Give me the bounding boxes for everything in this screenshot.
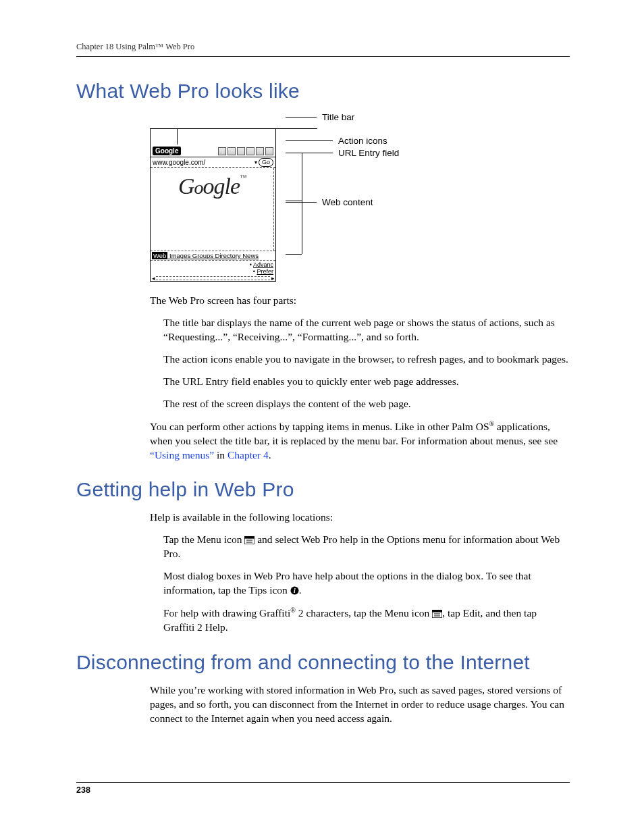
link-chapter-4[interactable]: Chapter 4 [227, 449, 269, 461]
shot-scrollbar: ◂ ▸ [151, 276, 275, 281]
home-icon [265, 147, 273, 155]
p-menus: You can perform other actions by tapping… [150, 419, 570, 463]
p-tap-menu: Tap the Menu icon and select Web Pro hel… [163, 533, 570, 561]
bookmark-icon [256, 147, 264, 155]
shot-url-text: www.google.com/ [153, 159, 205, 166]
scroll-right-icon: ▸ [270, 276, 275, 281]
shot-title-bar: Google [151, 145, 275, 157]
heading-what-web-pro-looks-like: What Web Pro looks like [76, 80, 570, 103]
figure-web-pro-screenshot: Google www.google.com/ ▾ Go [150, 112, 570, 282]
menu-icon [244, 536, 254, 544]
callout-title-bar: Title bar [322, 112, 354, 122]
running-header: Chapter 18 Using Palm™ Web Pro [76, 42, 570, 57]
google-logo: Google™ [151, 174, 273, 199]
section3-body: While you’re working with stored informa… [150, 683, 570, 726]
p-intro: The Web Pro screen has four parts: [150, 294, 570, 308]
section1-body: The Web Pro screen has four parts: The t… [150, 294, 570, 462]
stop-icon [237, 147, 245, 155]
p-graffiti: For help with drawing Graffiti® 2 charac… [163, 606, 570, 635]
page-number: 238 [76, 782, 570, 795]
shot-url-field: www.google.com/ ▾ Go [151, 157, 275, 168]
back-icon [218, 147, 226, 155]
section2-body: Help is available in the following locat… [150, 511, 570, 635]
callout-action-icons: Action icons [338, 136, 387, 146]
palm-screenshot: Google www.google.com/ ▾ Go [150, 112, 276, 282]
shot-footer: • Advanc • Prefer [151, 260, 275, 276]
p-help-intro: Help is available in the following locat… [150, 511, 570, 525]
p-action-icons: The action icons enable you to navigate … [163, 353, 570, 367]
p-url-field: The URL Entry field enables you to quick… [163, 375, 570, 389]
scroll-left-icon: ◂ [151, 276, 156, 281]
figure-callouts: Title bar Action icons URL Entry field W… [286, 112, 570, 261]
dropdown-icon: ▾ [254, 159, 257, 165]
refresh-icon [246, 147, 254, 155]
p-disconnect: While you’re working with stored informa… [150, 683, 570, 726]
go-button: Go [259, 158, 273, 167]
heading-getting-help: Getting help in Web Pro [76, 478, 570, 501]
svg-rect-7 [432, 612, 442, 618]
p-rest: The rest of the screen displays the cont… [163, 397, 570, 411]
prefer-link: Prefer [257, 268, 273, 275]
shot-web-content: Google™ [151, 168, 274, 251]
menu-icon [432, 610, 442, 618]
svg-text:i: i [294, 587, 296, 594]
svg-rect-1 [244, 538, 254, 544]
tabs-rest: Images Groups Directory News [169, 252, 259, 259]
advanced-link: Advanc [253, 261, 273, 268]
callout-url-field: URL Entry field [338, 148, 399, 158]
tab-web: Web [152, 252, 167, 259]
heading-disconnecting: Disconnecting from and connecting to the… [76, 651, 570, 674]
shot-tabs: Web Images Groups Directory News [151, 251, 275, 260]
shot-title-chip: Google [153, 147, 181, 155]
forward-icon [227, 147, 236, 155]
tips-icon: i [290, 586, 299, 595]
p-title-bar: The title bar displays the name of the c… [163, 316, 570, 344]
callout-web-content: Web content [322, 197, 373, 207]
link-using-menus[interactable]: “Using menus” [150, 449, 214, 461]
p-dialog-tips: Most dialog boxes in Web Pro have help a… [163, 569, 570, 598]
shot-action-icons [218, 147, 273, 155]
